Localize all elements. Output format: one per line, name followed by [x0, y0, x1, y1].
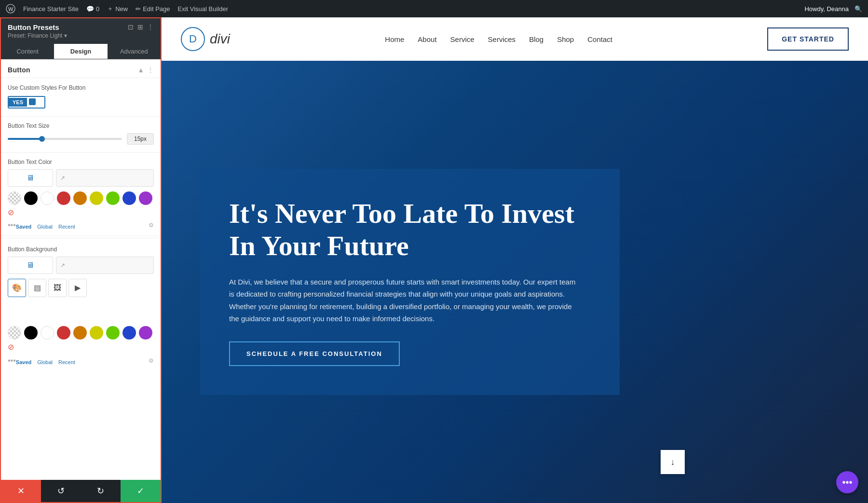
custom-styles-toggle[interactable]: YES	[8, 96, 45, 109]
menu-services[interactable]: Services	[488, 35, 516, 43]
blue-swatch[interactable]	[122, 191, 136, 205]
white-swatch-2[interactable]	[41, 326, 54, 340]
color-tabs-2: Saved Global Recent	[16, 359, 75, 365]
minimize-icon[interactable]: ⊡	[128, 23, 134, 31]
hero-cta-label: SCHEDULE A FREE CONSULTATION	[246, 350, 382, 357]
hero-content: It's Never Too Late To Invest In Your Fu…	[200, 169, 620, 394]
menu-about[interactable]: About	[418, 35, 436, 43]
save-button[interactable]: ✓	[121, 480, 161, 502]
exit-builder-item[interactable]: Exit Visual Builder	[178, 5, 229, 13]
undo-button[interactable]: ↺	[41, 480, 81, 502]
bg-gradient-type[interactable]: ▤	[28, 279, 46, 297]
section-menu-icon[interactable]: ⋮	[147, 66, 154, 74]
panel-content: Button ▲ ⋮ Use Custom Styles For Button …	[1, 59, 161, 502]
bg-monitor-box[interactable]: 🖥	[8, 257, 53, 274]
red-swatch[interactable]	[57, 191, 70, 205]
expand-icon[interactable]: ⊞	[137, 23, 143, 31]
green-swatch-2[interactable]	[106, 326, 120, 340]
purple-swatch-2[interactable]	[139, 326, 152, 340]
color-input-box[interactable]: ↗	[56, 169, 154, 187]
more-icon[interactable]: ⋮	[147, 23, 154, 31]
eyedropper-icon[interactable]: ⊘	[8, 208, 14, 217]
panel-preset[interactable]: Preset: Finance Light ▾	[8, 32, 67, 39]
edit-page-label: Edit Page	[143, 5, 170, 13]
tab-advanced[interactable]: Advanced	[108, 44, 161, 59]
cancel-icon: ✕	[17, 486, 25, 496]
saved-tab-2[interactable]: Saved	[16, 359, 31, 365]
transparent-swatch-2[interactable]	[8, 326, 21, 340]
comment-item[interactable]: 💬 0	[86, 5, 99, 13]
toggle-yes-label: YES	[9, 98, 27, 107]
pencil-icon: ✏	[136, 5, 141, 13]
menu-shop[interactable]: Shop	[557, 35, 574, 43]
redo-icon: ↻	[97, 486, 104, 496]
down-arrow-button[interactable]: ↓	[661, 450, 685, 474]
menu-blog[interactable]: Blog	[529, 35, 543, 43]
fab-button[interactable]: •••	[836, 471, 858, 493]
cursor-indicator: ↗	[60, 175, 65, 181]
black-swatch[interactable]	[24, 191, 38, 205]
admin-bar: W Finance Starter Site 💬 0 ＋ New ✏ Edit …	[0, 0, 868, 17]
color-swatches-row: ⊘	[8, 191, 154, 217]
toggle-label: Use Custom Styles For Button	[8, 84, 154, 92]
site-cta-button[interactable]: GET STARTED	[767, 27, 849, 51]
orange-swatch[interactable]	[73, 191, 87, 205]
edit-page-item[interactable]: ✏ Edit Page	[136, 5, 170, 13]
site-name-item[interactable]: Finance Starter Site	[23, 5, 79, 13]
orange-swatch-2[interactable]	[73, 326, 87, 340]
hero-section: It's Never Too Late To Invest In Your Fu…	[162, 61, 868, 503]
color-swatches-row-2: ⊘	[8, 326, 154, 352]
slider-thumb[interactable]	[39, 136, 45, 142]
tab-content[interactable]: Content	[1, 44, 54, 59]
panel-header: Button Presets Preset: Finance Light ▾ ⊡…	[1, 18, 161, 44]
menu-service[interactable]: Service	[450, 35, 475, 43]
blue-swatch-2[interactable]	[122, 326, 136, 340]
new-item[interactable]: ＋ New	[107, 4, 128, 13]
logo-circle: D	[181, 27, 205, 51]
text-color-section: Button Text Color 🖥 ↗	[1, 155, 161, 236]
slider-value[interactable]: 15px	[127, 133, 154, 145]
color-preview-row: 🖥 ↗	[8, 169, 154, 187]
slider-track	[8, 138, 122, 140]
hero-cta-button[interactable]: SCHEDULE A FREE CONSULTATION	[229, 341, 400, 366]
white-swatch[interactable]	[41, 191, 54, 205]
recent-tab-2[interactable]: Recent	[58, 359, 75, 365]
divider-2	[1, 152, 161, 153]
site-logo: D divi	[181, 27, 230, 51]
menu-home[interactable]: Home	[385, 35, 404, 43]
global-tab[interactable]: Global	[37, 224, 53, 230]
redo-button[interactable]: ↻	[81, 480, 121, 502]
site-nav: D divi Home About Service Services Blog …	[162, 17, 868, 61]
red-swatch-2[interactable]	[57, 326, 70, 340]
search-icon[interactable]: 🔍	[854, 5, 862, 13]
green-swatch[interactable]	[106, 191, 120, 205]
color-monitor-box[interactable]: 🖥	[8, 169, 53, 187]
main-layout: Button Presets Preset: Finance Light ▾ ⊡…	[0, 0, 868, 503]
transparent-swatch[interactable]	[8, 191, 21, 205]
menu-contact[interactable]: Contact	[587, 35, 612, 43]
dots-more-icon[interactable]: •••	[8, 221, 16, 230]
collapse-section-icon[interactable]: ▲	[137, 66, 144, 74]
black-swatch-2[interactable]	[24, 326, 38, 340]
site-menu: Home About Service Services Blog Shop Co…	[385, 35, 612, 43]
bg-video-type[interactable]: ▶	[68, 279, 87, 297]
bg-image-type[interactable]: 🖼	[48, 279, 67, 297]
recent-tab[interactable]: Recent	[58, 224, 75, 230]
eyedropper-icon-2[interactable]: ⊘	[8, 342, 14, 352]
wp-logo-item[interactable]: W	[6, 4, 15, 14]
saved-tab[interactable]: Saved	[16, 224, 31, 230]
panel-header-icons: ⊡ ⊞ ⋮	[128, 23, 154, 31]
yellow-swatch[interactable]	[90, 191, 103, 205]
color-settings-icon-2[interactable]: ⚙	[149, 357, 154, 364]
global-tab-2[interactable]: Global	[37, 359, 53, 365]
yellow-swatch-2[interactable]	[90, 326, 103, 340]
dots-more-icon-2[interactable]: •••	[8, 356, 16, 365]
svg-text:W: W	[8, 6, 14, 12]
cancel-button[interactable]: ✕	[1, 480, 41, 502]
bg-input-box[interactable]: ↗	[56, 257, 154, 274]
admin-bar-right: Howdy, Deanna 🔍	[804, 5, 862, 13]
bg-color-type[interactable]: 🎨	[8, 279, 26, 297]
color-settings-icon[interactable]: ⚙	[149, 222, 154, 229]
purple-swatch[interactable]	[139, 191, 152, 205]
tab-design[interactable]: Design	[54, 44, 107, 59]
